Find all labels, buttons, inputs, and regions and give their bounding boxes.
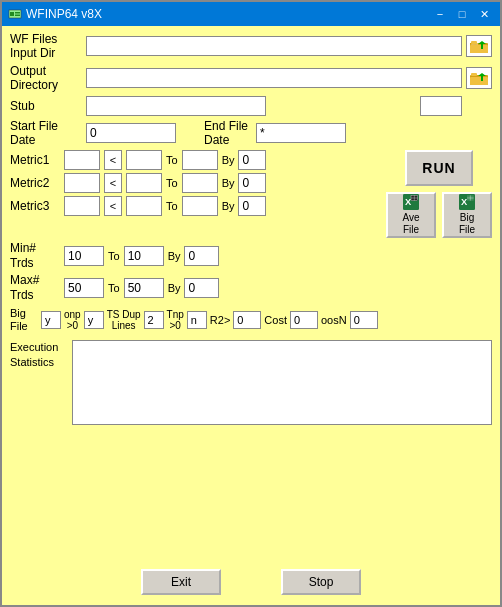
min-trds-by[interactable] (184, 246, 219, 266)
svg-rect-3 (15, 15, 20, 17)
tnp-label: Tnp >0 (167, 309, 184, 331)
svg-rect-11 (470, 77, 488, 85)
max-trds-v1[interactable] (64, 278, 104, 298)
metric1-v2[interactable] (126, 150, 162, 170)
max-by-label: By (168, 282, 181, 294)
start-file-date-input[interactable] (86, 123, 176, 143)
wf-files-folder-button[interactable] (466, 35, 492, 57)
execution-stats-label: Execution Statistics (10, 340, 68, 369)
output-dir-row: Output Directory (10, 64, 492, 93)
r2-label: R2> (210, 314, 231, 326)
metric3-label: Metric3 (10, 199, 60, 213)
big-file-params-row: Big File onp >0 TS Dup Lines Tnp >0 R2> … (10, 307, 492, 333)
main-window: WFINP64 v8X − □ ✕ WF Files Input Dir (0, 0, 502, 607)
ave-file-label: Ave File (402, 212, 419, 236)
max-trds-to[interactable] (124, 278, 164, 298)
metric1-v1[interactable] (64, 150, 100, 170)
min-trds-row: Min# Trds To By (10, 241, 492, 270)
metric2-op-button[interactable]: < (104, 173, 122, 193)
metrics-section: Metric1 < To By Metric2 < To (10, 150, 492, 238)
title-controls: − □ ✕ (430, 6, 494, 22)
metric1-op-button[interactable]: < (104, 150, 122, 170)
metric2-by[interactable] (238, 173, 266, 193)
min-trds-v1[interactable] (64, 246, 104, 266)
end-file-date-label: End File Date (204, 119, 248, 148)
excel-icon-ave: X (399, 194, 423, 210)
metric2-row: Metric2 < To By (10, 173, 376, 193)
metric3-op-button[interactable]: < (104, 196, 122, 216)
stop-button[interactable]: Stop (281, 569, 361, 595)
metric1-to[interactable] (182, 150, 218, 170)
bf-y-input[interactable] (41, 311, 61, 329)
big-file-excel-label: Big File (459, 212, 475, 236)
app-icon (8, 7, 22, 21)
metric3-v2[interactable] (126, 196, 162, 216)
start-file-date-label: Start File Date (10, 119, 82, 148)
metric1-row: Metric1 < To By (10, 150, 376, 170)
min-trds-label: Min# Trds (10, 241, 60, 270)
onp-input[interactable] (84, 311, 104, 329)
metric2-to[interactable] (182, 173, 218, 193)
svg-text:X: X (461, 198, 468, 208)
execution-stats-section: Execution Statistics (10, 340, 492, 560)
stub-label: Stub (10, 99, 82, 113)
run-button[interactable]: RUN (405, 150, 473, 186)
output-dir-input[interactable] (86, 68, 462, 88)
cost-input[interactable] (290, 311, 318, 329)
big-file-label: Big File (10, 307, 38, 333)
output-dir-label: Output Directory (10, 64, 82, 93)
oosn-input[interactable] (350, 311, 378, 329)
metric2-label: Metric2 (10, 176, 60, 190)
max-trds-label: Max# Trds (10, 273, 60, 302)
metric2-by-label: By (222, 177, 235, 189)
window-title: WFINP64 v8X (26, 7, 102, 21)
r2-input[interactable] (233, 311, 261, 329)
ts-dup-input[interactable] (144, 311, 164, 329)
exit-button[interactable]: Exit (141, 569, 221, 595)
svg-rect-1 (10, 12, 14, 16)
execution-stats-textarea[interactable] (72, 340, 492, 425)
max-to-label: To (108, 282, 120, 294)
close-button[interactable]: ✕ (474, 6, 494, 22)
metric3-v1[interactable] (64, 196, 100, 216)
output-dir-folder-button[interactable] (466, 67, 492, 89)
restore-button[interactable]: □ (452, 6, 472, 22)
max-trds-by[interactable] (184, 278, 219, 298)
max-trds-row: Max# Trds To By (10, 273, 492, 302)
main-content: WF Files Input Dir Output Directory (2, 26, 500, 605)
title-bar-left: WFINP64 v8X (8, 7, 102, 21)
folder-icon-2 (470, 71, 488, 86)
svg-rect-10 (471, 73, 477, 76)
metric2-v1[interactable] (64, 173, 100, 193)
metric2-v2[interactable] (126, 173, 162, 193)
metric3-to-label: To (166, 200, 178, 212)
metric2-to-label: To (166, 177, 178, 189)
tnp-input[interactable] (187, 311, 207, 329)
big-file-excel-button[interactable]: X Big File (442, 192, 492, 238)
stub-extra-input[interactable] (420, 96, 462, 116)
oosn-label: oosN (321, 314, 347, 326)
right-panel: RUN X Ave File (386, 150, 492, 238)
metric3-to[interactable] (182, 196, 218, 216)
onp-label: onp >0 (64, 309, 81, 331)
ts-dup-label: TS Dup Lines (107, 309, 141, 331)
svg-rect-2 (15, 12, 20, 14)
metric3-by[interactable] (238, 196, 266, 216)
wf-files-input[interactable] (86, 36, 462, 56)
metrics-left: Metric1 < To By Metric2 < To (10, 150, 376, 238)
stub-row: Stub (10, 96, 492, 116)
wf-files-row: WF Files Input Dir (10, 32, 492, 61)
min-by-label: By (168, 250, 181, 262)
bottom-buttons-row: Exit Stop (10, 563, 492, 599)
ave-file-button[interactable]: X Ave File (386, 192, 436, 238)
cost-label: Cost (264, 314, 287, 326)
metric1-by[interactable] (238, 150, 266, 170)
minimize-button[interactable]: − (430, 6, 450, 22)
min-trds-to[interactable] (124, 246, 164, 266)
metric3-row: Metric3 < To By (10, 196, 376, 216)
metric1-to-label: To (166, 154, 178, 166)
end-file-date-input[interactable] (256, 123, 346, 143)
stub-input[interactable] (86, 96, 266, 116)
svg-rect-6 (470, 45, 488, 53)
metric1-label: Metric1 (10, 153, 60, 167)
